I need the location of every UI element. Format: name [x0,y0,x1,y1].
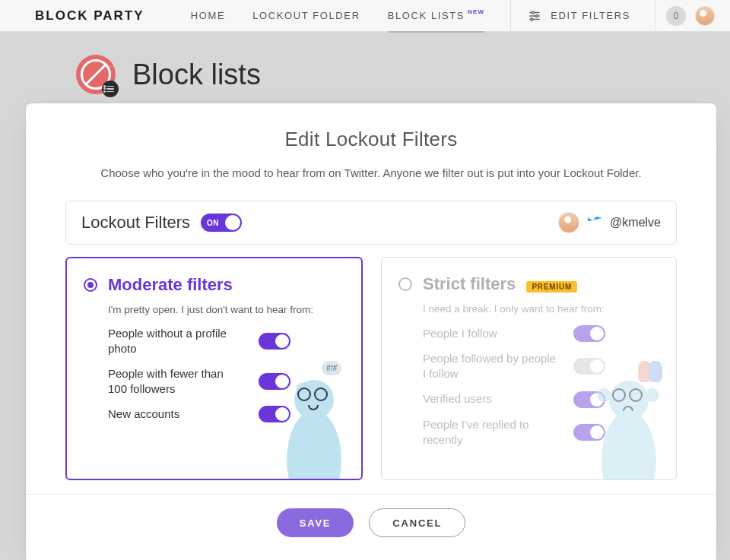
toggle-followed-by-followed[interactable] [573,358,605,375]
modal-title: Edit Lockout Filters [65,128,677,151]
nav-home[interactable]: HOME [177,0,239,32]
twitter-icon [587,215,602,230]
strict-title-text: Strict filters [423,274,516,293]
toggle-people-i-follow[interactable] [573,325,605,342]
edit-filters-modal: Edit Lockout Filters Choose who you're i… [26,103,716,560]
toggle-state-text: ON [207,219,219,227]
opt-replied-recently: People I've replied to recently [423,417,558,448]
strict-options: People I follow People followed by peopl… [423,325,605,448]
moderate-title: Moderate filters [108,275,233,295]
lockout-master-toggle[interactable]: ON [201,214,242,232]
nav-block-lists[interactable]: BLOCK LISTS NEW [374,0,499,32]
moderate-options: People without a profile photo People wi… [108,326,290,422]
edit-filters-button[interactable]: EDIT FILTERS [514,0,643,32]
moderate-radio[interactable] [84,278,97,292]
nav-divider-2 [655,0,655,32]
edit-filters-label: EDIT FILTERS [551,10,630,21]
user-avatar[interactable] [695,6,715,26]
opt-no-photo: People without a profile photo [108,326,243,357]
opt-followed-by-followed: People followed by people I follow [423,351,558,382]
block-lists-icon [76,55,116,94]
sliders-icon [528,9,541,23]
lockout-summary-bar: Lockout Filters ON @kmelve [65,201,677,245]
premium-badge: PREMIUM [526,281,577,293]
opt-people-i-follow: People I follow [423,326,497,341]
toggle-replied-recently[interactable] [573,424,605,441]
filter-cards-row: Moderate filters I'm pretty open. I just… [65,257,677,480]
nav-block-lists-label: BLOCK LISTS [388,10,465,21]
toggle-no-photo[interactable] [259,333,290,350]
moderate-sub: I'm pretty open. I just don't want to he… [108,304,344,315]
save-button[interactable]: SAVE [277,508,354,537]
notification-count[interactable]: 0 [666,6,686,26]
toggle-new-accounts[interactable] [259,406,290,422]
nav-links: HOME LOCKOUT FOLDER BLOCK LISTS NEW [177,0,498,32]
speech-bubble-icon: #!# [322,361,341,375]
modal-footer: SAVE CANCEL [26,494,716,537]
strict-sub: I need a break. I only want to hear from… [423,303,659,315]
toggle-knob [225,215,240,230]
nav-lockout-folder[interactable]: LOCKOUT FOLDER [239,0,373,32]
moderate-filters-card[interactable]: Moderate filters I'm pretty open. I just… [65,257,363,480]
brand-logo[interactable]: BLOCK PARTY [35,8,144,24]
page-header: Block lists [0,32,730,94]
page-title: Block lists [132,59,261,91]
opt-new-accounts: New accounts [108,407,179,422]
cancel-button[interactable]: CANCEL [369,508,465,537]
connected-account-avatar [558,212,579,233]
strict-filters-card[interactable]: Strict filters PREMIUM I need a break. I… [381,257,677,480]
svg-point-1 [532,11,535,14]
strict-radio[interactable] [398,277,412,291]
svg-point-3 [536,14,538,17]
nav-divider [510,0,511,32]
toggle-verified[interactable] [573,391,605,408]
opt-verified: Verified users [423,391,492,407]
top-nav: BLOCK PARTY HOME LOCKOUT FOLDER BLOCK LI… [0,0,730,32]
svg-point-5 [531,18,533,21]
twitter-handle: @kmelve [610,216,661,229]
speech-bubble-icon: #!# [296,382,316,397]
opt-low-followers: People with fewer than 100 followers [108,366,243,397]
strict-title: Strict filters PREMIUM [423,274,577,294]
lockout-filters-label: Lockout Filters [81,213,190,233]
modal-subtitle: Choose who you're in the mood to hear fr… [65,166,677,179]
toggle-low-followers[interactable] [259,373,290,390]
new-badge: NEW [468,8,484,15]
